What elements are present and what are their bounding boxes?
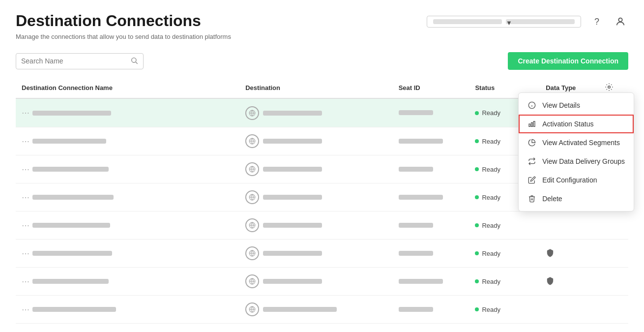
status-text: Ready bbox=[482, 166, 500, 173]
row-name-cell: ⋯ bbox=[16, 296, 239, 324]
seat-id-value bbox=[399, 110, 433, 115]
status-dot bbox=[475, 251, 479, 255]
row-actions-cell bbox=[599, 240, 628, 268]
pencil-icon bbox=[527, 176, 536, 184]
row-name-text bbox=[32, 279, 109, 284]
info-icon bbox=[527, 101, 536, 110]
context-menu: View Details Activation Status View Acti… bbox=[518, 92, 634, 211]
row-name-cell: ⋯ bbox=[16, 98, 239, 127]
table-row: ⋯ Ready bbox=[16, 296, 628, 324]
row-name-text bbox=[32, 111, 111, 116]
bar-chart-icon bbox=[527, 120, 536, 128]
svg-rect-24 bbox=[531, 122, 533, 126]
org-select-dropdown[interactable]: ▼ bbox=[427, 16, 581, 28]
create-destination-button[interactable]: Create Destination Connection bbox=[508, 52, 628, 70]
row-seat-id-cell bbox=[393, 268, 469, 296]
status-dot bbox=[475, 195, 479, 199]
row-status-cell: Ready bbox=[469, 296, 540, 324]
search-input[interactable] bbox=[21, 57, 126, 65]
table-row: ⋯ Ready bbox=[16, 211, 628, 240]
menu-label-activation-status: Activation Status bbox=[542, 120, 593, 128]
row-seat-id-cell bbox=[393, 240, 469, 268]
row-name-cell: ⋯ bbox=[16, 127, 239, 155]
row-name-text bbox=[32, 251, 112, 256]
row-handle-icon: ⋯ bbox=[22, 277, 29, 286]
row-name-cell: ⋯ bbox=[16, 240, 239, 268]
menu-label-view-details: View Details bbox=[542, 101, 580, 109]
search-icon bbox=[130, 57, 138, 66]
row-actions-cell bbox=[599, 268, 628, 296]
menu-item-view-details[interactable]: View Details bbox=[519, 96, 634, 115]
row-seat-id-cell bbox=[393, 127, 469, 155]
row-destination-cell bbox=[239, 211, 392, 240]
destination-icon bbox=[245, 218, 259, 232]
seat-id-value bbox=[399, 279, 443, 284]
status-text: Ready bbox=[482, 306, 500, 313]
row-handle-icon: ⋯ bbox=[22, 108, 29, 118]
row-name-cell: ⋯ bbox=[16, 268, 239, 296]
menu-item-edit-configuration[interactable]: Edit Configuration bbox=[519, 171, 634, 189]
row-handle-icon: ⋯ bbox=[22, 305, 29, 314]
org-select-value bbox=[433, 19, 502, 24]
status-dot bbox=[475, 223, 479, 227]
destination-icon bbox=[245, 190, 259, 204]
seat-id-value bbox=[399, 139, 443, 144]
col-header-name: Destination Connection Name bbox=[16, 78, 239, 98]
row-name-text bbox=[32, 139, 106, 144]
row-seat-id-cell bbox=[393, 155, 469, 183]
row-seat-id-cell bbox=[393, 183, 469, 211]
row-data-type-cell bbox=[540, 296, 599, 324]
menu-item-activation-status[interactable]: Activation Status bbox=[519, 115, 634, 133]
menu-label-view-activated-segments: View Activated Segments bbox=[542, 139, 620, 147]
status-dot bbox=[475, 111, 479, 115]
svg-point-1 bbox=[132, 58, 136, 62]
row-seat-id-cell bbox=[393, 296, 469, 324]
row-handle-icon: ⋯ bbox=[22, 165, 29, 174]
menu-item-view-data-delivery-groups[interactable]: View Data Delivery Groups bbox=[519, 152, 634, 171]
page-title: Destination Connections bbox=[16, 12, 231, 30]
seat-id-value bbox=[399, 223, 433, 228]
row-name-cell: ⋯ bbox=[16, 211, 239, 240]
row-data-type-cell bbox=[540, 268, 599, 296]
seat-id-value bbox=[399, 307, 433, 312]
seat-id-value bbox=[399, 195, 443, 200]
pie-chart-icon bbox=[527, 138, 536, 147]
destination-text bbox=[263, 139, 322, 144]
status-dot bbox=[475, 279, 479, 283]
table-row: ⋯ Ready bbox=[16, 268, 628, 296]
menu-label-delete: Delete bbox=[542, 195, 562, 203]
seat-id-value bbox=[399, 251, 433, 256]
user-icon[interactable] bbox=[613, 14, 628, 30]
status-text: Ready bbox=[482, 278, 500, 285]
row-status-cell: Ready bbox=[469, 211, 540, 240]
menu-item-view-activated-segments[interactable]: View Activated Segments bbox=[519, 133, 634, 152]
destination-text bbox=[263, 111, 322, 116]
svg-point-3 bbox=[608, 86, 611, 89]
shield-icon bbox=[546, 248, 555, 257]
row-destination-cell bbox=[239, 296, 392, 324]
destination-icon bbox=[245, 106, 259, 120]
row-actions-cell bbox=[599, 211, 628, 240]
row-name-text bbox=[32, 307, 116, 312]
row-data-type-cell bbox=[540, 240, 599, 268]
row-status-cell: Ready bbox=[469, 240, 540, 268]
help-icon[interactable]: ? bbox=[589, 14, 605, 30]
row-destination-cell bbox=[239, 268, 392, 296]
row-name-text bbox=[32, 195, 114, 200]
svg-line-2 bbox=[136, 62, 138, 64]
svg-rect-25 bbox=[534, 121, 535, 127]
destination-icon bbox=[245, 302, 259, 316]
table-container: Destination Connection Name Destination … bbox=[0, 78, 644, 324]
menu-item-delete[interactable]: Delete bbox=[519, 189, 634, 208]
trash-icon bbox=[527, 194, 536, 203]
row-handle-icon: ⋯ bbox=[22, 249, 29, 258]
menu-label-view-data-delivery-groups: View Data Delivery Groups bbox=[542, 157, 625, 165]
row-handle-icon: ⋯ bbox=[22, 193, 29, 202]
header-right: ▼ ? bbox=[427, 14, 628, 30]
status-text: Ready bbox=[482, 138, 500, 145]
table-row: ⋯ Ready bbox=[16, 240, 628, 268]
col-header-seat-id: Seat ID bbox=[393, 78, 469, 98]
row-data-type-cell bbox=[540, 211, 599, 240]
header-left: Destination Connections Manage the conne… bbox=[16, 12, 231, 40]
row-name-text bbox=[32, 223, 110, 228]
